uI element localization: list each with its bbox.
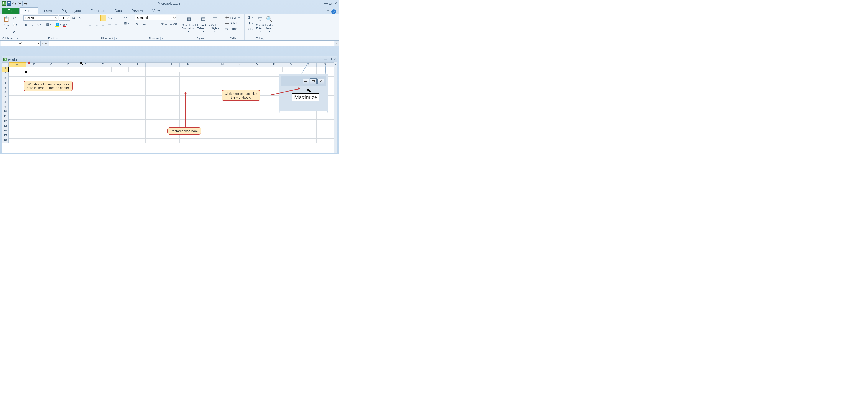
cell[interactable] [317, 129, 334, 134]
align-bottom-icon[interactable]: ≡↓ [100, 15, 106, 21]
cell[interactable] [248, 77, 266, 81]
fill-button[interactable]: ⬇ [247, 21, 255, 26]
orientation-icon[interactable]: ⟲ [107, 15, 113, 21]
cell[interactable] [163, 105, 180, 110]
cell[interactable] [9, 119, 26, 124]
row-header[interactable]: 16 [2, 139, 9, 144]
alignment-launcher-icon[interactable]: ↘ [114, 37, 117, 40]
cell[interactable] [43, 67, 60, 72]
cell[interactable] [60, 67, 77, 72]
cell[interactable] [26, 115, 43, 120]
file-tab[interactable]: File [2, 8, 19, 14]
cell[interactable] [300, 139, 317, 144]
cell[interactable] [317, 139, 334, 144]
cell[interactable] [248, 115, 266, 120]
cell[interactable] [60, 110, 77, 115]
cell[interactable] [111, 139, 128, 144]
column-header[interactable]: G [111, 62, 128, 67]
number-format-combo[interactable]: General [135, 15, 177, 21]
cell[interactable] [163, 119, 180, 124]
cell[interactable] [26, 124, 43, 129]
cell[interactable] [146, 77, 163, 81]
column-header[interactable]: D [60, 62, 77, 67]
workbook-close-icon[interactable]: ✕ [333, 57, 336, 61]
grow-font-icon[interactable]: A▴ [71, 15, 76, 21]
column-header[interactable]: K [180, 62, 197, 67]
sort-filter-button[interactable]: ▽Sort & Filter▾ [256, 15, 264, 33]
cell[interactable] [214, 81, 231, 86]
cell[interactable] [60, 124, 77, 129]
cell[interactable] [266, 124, 282, 129]
cell[interactable] [214, 124, 231, 129]
cell[interactable] [43, 100, 60, 105]
row-header[interactable]: 11 [2, 115, 9, 120]
column-header[interactable]: I [146, 62, 163, 67]
align-left-icon[interactable]: ≡ [88, 22, 93, 27]
find-select-button[interactable]: 🔍Find & Select▾ [266, 15, 274, 33]
row-header[interactable]: 7 [2, 95, 9, 100]
cell[interactable] [9, 115, 26, 120]
align-center-icon[interactable]: ≡ [94, 22, 100, 27]
cell[interactable] [77, 71, 94, 77]
row-header[interactable]: 2 [2, 71, 9, 77]
cell[interactable] [282, 139, 300, 144]
tab-formulas[interactable]: Formulas [86, 8, 110, 14]
cell[interactable] [9, 139, 26, 144]
increase-indent-icon[interactable]: ⇥ [114, 22, 119, 27]
row-header[interactable]: 8 [2, 100, 9, 105]
cell[interactable] [43, 95, 60, 100]
row-header[interactable]: 13 [2, 124, 9, 129]
cell[interactable] [266, 115, 282, 120]
cell[interactable] [26, 134, 43, 139]
cell[interactable] [146, 119, 163, 124]
format-as-table-button[interactable]: ▤Format as Table▾ [197, 15, 210, 33]
cell[interactable] [111, 86, 128, 91]
cell[interactable] [214, 77, 231, 81]
clear-button[interactable]: ◌ [247, 27, 255, 31]
font-size-combo[interactable]: 11 [59, 16, 70, 21]
cell[interactable] [128, 139, 146, 144]
cell[interactable] [300, 129, 317, 134]
cell[interactable] [146, 139, 163, 144]
cell[interactable] [146, 100, 163, 105]
cell[interactable] [300, 134, 317, 139]
cell[interactable] [300, 124, 317, 129]
cell[interactable] [77, 134, 94, 139]
cell[interactable] [94, 77, 111, 81]
tab-insert[interactable]: Insert [38, 8, 57, 14]
cell[interactable] [26, 100, 43, 105]
cell[interactable] [111, 77, 128, 81]
cell[interactable] [282, 129, 300, 134]
cell[interactable] [282, 119, 300, 124]
cell[interactable] [180, 100, 197, 105]
row-header[interactable]: 1 [2, 67, 9, 72]
cell[interactable] [231, 134, 248, 139]
cell[interactable] [163, 95, 180, 100]
cell[interactable] [266, 67, 282, 72]
copy-icon[interactable]: 📄▾ [11, 22, 18, 27]
cell[interactable] [128, 71, 146, 77]
cell[interactable] [180, 139, 197, 144]
shrink-font-icon[interactable]: A▾ [77, 15, 83, 21]
align-middle-icon[interactable]: ≡ [94, 15, 100, 21]
cell[interactable] [163, 91, 180, 96]
cell[interactable] [214, 115, 231, 120]
cell[interactable] [248, 100, 266, 105]
app-close-icon[interactable]: ✕ [334, 1, 337, 6]
column-header[interactable]: M [214, 62, 231, 67]
cell[interactable] [111, 124, 128, 129]
align-top-icon[interactable]: ≡↑ [88, 15, 93, 21]
cell[interactable] [26, 139, 43, 144]
cell[interactable] [163, 139, 180, 144]
merge-center-button[interactable]: ⊞ [123, 21, 131, 26]
cell[interactable] [129, 67, 146, 72]
cell[interactable] [26, 95, 43, 100]
cell-styles-button[interactable]: ◫Cell Styles▾ [211, 15, 219, 33]
cell[interactable] [146, 110, 163, 115]
cell[interactable] [146, 115, 163, 120]
cell[interactable] [26, 91, 43, 96]
font-color-icon[interactable]: A [62, 22, 68, 27]
clipboard-launcher-icon[interactable]: ↘ [16, 37, 19, 40]
cell[interactable] [180, 119, 197, 124]
formula-input[interactable] [49, 41, 334, 46]
